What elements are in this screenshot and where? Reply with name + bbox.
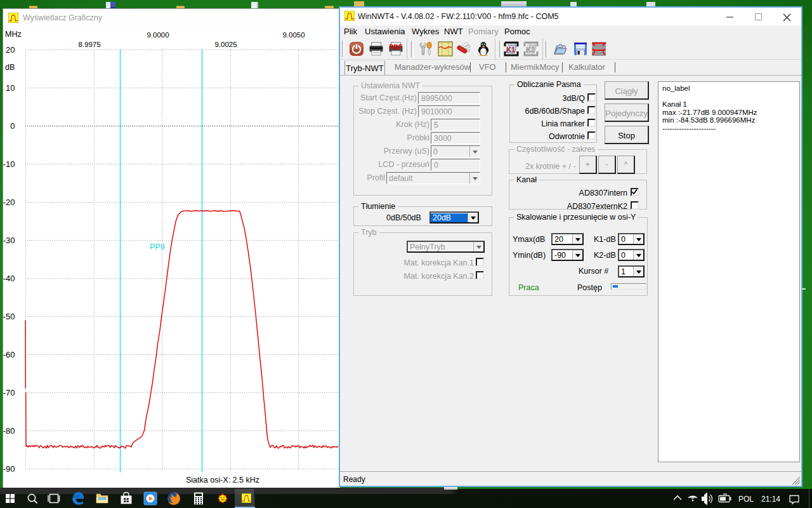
svg-text:K1: K1 [506, 46, 515, 53]
svg-text:-80: -80 [3, 426, 15, 436]
svg-text:-90: -90 [3, 464, 15, 474]
svg-text:dB: dB [5, 63, 15, 72]
svg-text:MHz: MHz [5, 30, 22, 39]
svg-text:POL: POL [738, 495, 754, 504]
svg-text:9.0000: 9.0000 [147, 31, 169, 39]
svg-text:-40: -40 [3, 274, 15, 283]
svg-text:8.9975: 8.9975 [78, 41, 100, 48]
svg-text:K2: K2 [526, 46, 535, 53]
svg-text:-30: -30 [3, 236, 15, 245]
svg-text:-60: -60 [3, 350, 15, 359]
svg-text:-20: -20 [3, 197, 15, 207]
svg-text:PP9: PP9 [150, 243, 165, 251]
svg-text:20: 20 [6, 45, 15, 55]
svg-text:-10: -10 [3, 159, 15, 169]
svg-text:PDF: PDF [390, 43, 403, 51]
svg-text:Siatka osi-X: 2.5 kHz: Siatka osi-X: 2.5 kHz [186, 476, 259, 485]
svg-text:0: 0 [10, 121, 15, 131]
svg-text:10: 10 [6, 83, 15, 93]
svg-text:21:14: 21:14 [761, 495, 780, 504]
svg-text:-70: -70 [3, 388, 15, 398]
svg-text:9.0050: 9.0050 [282, 31, 304, 39]
svg-text:9.0025: 9.0025 [214, 41, 237, 48]
svg-text:-50: -50 [3, 312, 15, 321]
